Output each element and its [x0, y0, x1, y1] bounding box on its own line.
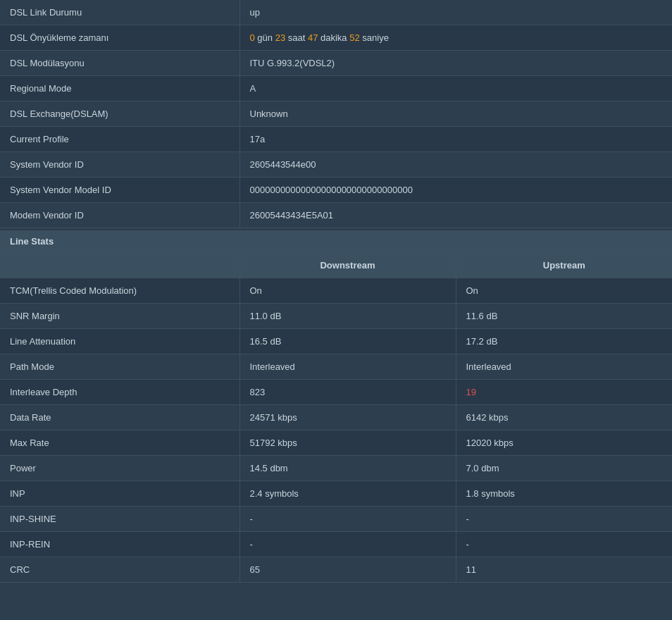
line-stat-upstream: Interleaved: [456, 354, 672, 380]
line-stat-upstream: -: [456, 532, 672, 557]
dsl-row-label: DSL Modülasyonu: [0, 51, 239, 76]
dsl-row-value: ITU G.993.2(VDSL2): [239, 51, 672, 76]
line-stat-upstream: 7.0 dbm: [456, 456, 672, 481]
line-stat-downstream: -: [239, 507, 456, 532]
dsl-row-value: up: [239, 0, 672, 25]
line-stat-label: CRC: [0, 557, 239, 583]
line-stat-upstream: 11: [456, 557, 672, 583]
line-stat-upstream: 11.6 dB: [456, 304, 672, 329]
col-upstream-header: Upstream: [456, 253, 672, 278]
dsl-row-label: Current Profile: [0, 127, 239, 152]
dsl-row-value: 0 gün 23 saat 47 dakika 52 saniye: [239, 25, 672, 51]
line-stat-label: INP: [0, 481, 239, 507]
line-stat-label: SNR Margin: [0, 304, 239, 329]
line-stat-upstream: 17.2 dB: [456, 329, 672, 354]
col-downstream-header: Downstream: [239, 253, 456, 278]
line-stat-downstream: 24571 kbps: [239, 405, 456, 430]
line-stat-downstream: 11.0 dB: [239, 304, 456, 329]
col-empty: [0, 253, 239, 278]
dsl-row-label: System Vendor Model ID: [0, 178, 239, 203]
dsl-row-label: Regional Mode: [0, 76, 239, 101]
dsl-row-value: Unknown: [239, 101, 672, 127]
dsl-info-table: DSL Link DurumuupDSL Önyükleme zamanı0 g…: [0, 0, 672, 228]
line-stat-label: Path Mode: [0, 354, 239, 380]
line-stat-label: Max Rate: [0, 430, 239, 456]
line-stat-upstream: 19: [456, 380, 672, 405]
dsl-row-value: A: [239, 76, 672, 101]
line-stats-table: DownstreamUpstreamTCM(Trellis Coded Modu…: [0, 253, 672, 583]
line-stat-upstream: 12020 kbps: [456, 430, 672, 456]
line-stat-label: INP-REIN: [0, 532, 239, 557]
line-stat-downstream: 14.5 dbm: [239, 456, 456, 481]
line-stat-downstream: 823: [239, 380, 456, 405]
line-stat-label: Interleave Depth: [0, 380, 239, 405]
dsl-row-label: DSL Önyükleme zamanı: [0, 25, 239, 51]
line-stat-label: Line Attenuation: [0, 329, 239, 354]
line-stat-upstream: 1.8 symbols: [456, 481, 672, 507]
dsl-row-value: 17a: [239, 127, 672, 152]
line-stat-label: INP-SHINE: [0, 507, 239, 532]
line-stat-downstream: 16.5 dB: [239, 329, 456, 354]
line-stat-label: TCM(Trellis Coded Modulation): [0, 278, 239, 304]
dsl-row-label: Modem Vendor ID: [0, 203, 239, 228]
line-stat-upstream: On: [456, 278, 672, 304]
line-stat-downstream: 51792 kbps: [239, 430, 456, 456]
line-stats-title: Line Stats: [10, 236, 54, 247]
line-stat-downstream: Interleaved: [239, 354, 456, 380]
line-stat-downstream: On: [239, 278, 456, 304]
line-stat-downstream: -: [239, 532, 456, 557]
line-stat-upstream: 6142 kbps: [456, 405, 672, 430]
line-stat-downstream: 2.4 symbols: [239, 481, 456, 507]
dsl-row-value: 2605443544e00: [239, 152, 672, 178]
line-stat-label: Data Rate: [0, 405, 239, 430]
dsl-row-value: 26005443434E5A01: [239, 203, 672, 228]
line-stat-label: Power: [0, 456, 239, 481]
dsl-row-label: DSL Link Durumu: [0, 0, 239, 25]
dsl-row-label: DSL Exchange(DSLAM): [0, 101, 239, 127]
dsl-row-label: System Vendor ID: [0, 152, 239, 178]
line-stats-header: Line Stats: [0, 228, 672, 253]
dsl-row-value: 00000000000000000000000000000000: [239, 178, 672, 203]
line-stat-upstream: -: [456, 507, 672, 532]
line-stat-downstream: 65: [239, 557, 456, 583]
